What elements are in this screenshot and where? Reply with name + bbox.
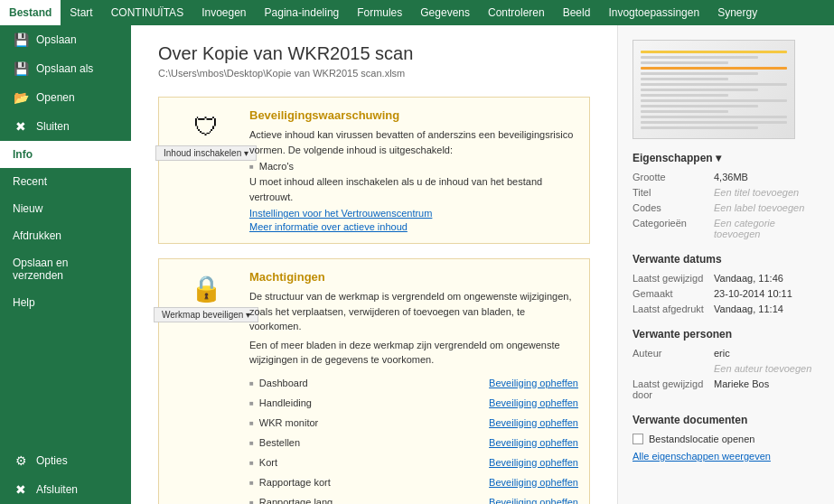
sidebar: 💾 Opslaan 💾 Opslaan als 📂 Openen ✖ Sluit… — [0, 25, 131, 504]
sidebar-item-afdrukken[interactable]: Afdrukken — [0, 222, 131, 249]
file-location-row: Bestandslocatie openen — [633, 434, 820, 444]
thumb-content — [641, 48, 787, 132]
thumb-line — [641, 110, 728, 113]
prop-auteur: Auteur eric — [633, 348, 820, 359]
remove-protection-rapportage-kort[interactable]: Beveiliging opheffen — [489, 477, 578, 488]
permissions-text2: Een of meer bladen in deze werkmap zijn … — [249, 338, 578, 368]
sidebar-item-opslaan-verzenden[interactable]: Opslaan en verzenden — [0, 249, 131, 289]
perm-bullet: Rapportage kort — [249, 477, 331, 488]
prop-titel: Titel Een titel toevoegen — [633, 187, 820, 198]
perm-name: Dashboard — [259, 378, 308, 388]
remove-protection-dashboard[interactable]: Beveiliging opheffen — [489, 378, 578, 388]
prop-value-last-modified: Vandaag, 11:46 — [714, 273, 820, 284]
tab-invoegen[interactable]: Invoegen — [192, 0, 255, 25]
prop-value-add-auteur[interactable]: Een auteur toevoegen — [714, 363, 820, 374]
thumb-line — [641, 121, 787, 124]
prop-value-titel[interactable]: Een titel toevoegen — [714, 187, 820, 198]
sidebar-item-help[interactable]: Help — [0, 289, 131, 316]
persons-section-title: Verwante personen — [633, 328, 820, 341]
prop-grootte: Grootte 4,36MB — [633, 172, 820, 182]
security-section: 🛡 Inhoud inschakelen ▾ Beveiligingswaars… — [158, 97, 590, 244]
sidebar-item-nieuw[interactable]: Nieuw — [0, 195, 131, 222]
prop-label-gemaakt: Gemaakt — [633, 288, 714, 299]
perm-name: Rapportage lang — [259, 497, 333, 505]
prop-value-auteur: eric — [714, 348, 820, 359]
perm-name: Handleiding — [259, 397, 312, 408]
prop-value-categorieen[interactable]: Een categorie toevoegen — [714, 218, 820, 239]
tab-formules[interactable]: Formules — [348, 0, 411, 25]
sidebar-item-opslaan-als[interactable]: 💾 Opslaan als — [0, 54, 131, 83]
prop-label-grootte: Grootte — [633, 172, 714, 182]
permissions-section: 🔒 Werkmap beveiligen ▾ Machtigingen De s… — [158, 258, 590, 504]
thumb-line — [641, 51, 787, 53]
perm-row-rapportage-lang: Rapportage lang Beveiliging opheffen — [249, 492, 578, 505]
exit-icon: ✖ — [13, 482, 29, 497]
trust-center-link[interactable]: Instellingen voor het Vertrouwenscentrum — [249, 208, 578, 219]
tab-continuitas[interactable]: CONTINUÏTAS — [102, 0, 192, 25]
dates-section-title: Verwante datums — [633, 253, 820, 266]
tab-gegevens[interactable]: Gegevens — [411, 0, 479, 25]
save-icon: 💾 — [13, 33, 29, 47]
thumb-line — [641, 99, 787, 102]
tab-pagina[interactable]: Pagina-indeling — [256, 0, 349, 25]
permissions-icon-area: 🔒 Werkmap beveiligen ▾ — [170, 270, 242, 322]
active-content-link[interactable]: Meer informatie over actieve inhoud — [249, 221, 578, 232]
thumb-line — [641, 89, 758, 91]
main-content: 💾 Opslaan 💾 Opslaan als 📂 Openen ✖ Sluit… — [0, 25, 834, 504]
all-properties-link[interactable]: Alle eigenschappen weergeven — [633, 451, 771, 462]
sidebar-item-recent[interactable]: Recent — [0, 168, 131, 195]
info-panel: Over Kopie van WKR2015 scan C:\Users\mbo… — [131, 25, 617, 504]
tab-start[interactable]: Start — [61, 0, 101, 25]
perm-bullet: Handleiding — [249, 397, 312, 408]
perm-row-rapportage-kort: Rapportage kort Beveiliging opheffen — [249, 472, 578, 492]
perm-bullet: WKR monitor — [249, 417, 318, 428]
remove-protection-rapportage-lang[interactable]: Beveiliging opheffen — [489, 497, 578, 505]
thumb-line — [641, 67, 787, 70]
sidebar-item-sluiten[interactable]: ✖ Sluiten — [0, 112, 131, 141]
security-content: Beveiligingswaarschuwing Actieve inhoud … — [242, 108, 578, 232]
file-location-checkbox[interactable] — [633, 434, 643, 444]
sidebar-item-afsluiten[interactable]: ✖ Afsluiten — [0, 475, 131, 504]
remove-protection-bestellen[interactable]: Beveiliging opheffen — [489, 437, 578, 448]
security-text1: Actieve inhoud kan virussen bevatten of … — [249, 127, 578, 157]
remove-protection-wkr[interactable]: Beveiliging opheffen — [489, 417, 578, 428]
sidebar-item-opslaan[interactable]: 💾 Opslaan — [0, 25, 131, 54]
tab-invoeg[interactable]: Invogtoepassingen — [599, 0, 708, 25]
open-icon: 📂 — [13, 90, 29, 105]
prop-label-titel: Titel — [633, 187, 714, 198]
prop-last-printed: Laatst afgedrukt Vandaag, 11:14 — [633, 303, 820, 314]
perm-row-dashboard: Dashboard Beveiliging opheffen — [249, 373, 578, 393]
tab-bestand[interactable]: Bestand — [0, 0, 61, 25]
sidebar-item-openen[interactable]: 📂 Openen — [0, 83, 131, 112]
remove-protection-handleiding[interactable]: Beveiliging opheffen — [489, 397, 578, 408]
prop-label-codes: Codes — [633, 202, 714, 213]
perm-bullet: Kort — [249, 457, 277, 468]
prop-value-grootte: 4,36MB — [714, 172, 820, 182]
prop-label-last-modified-by: Laatst gewijzigd door — [633, 378, 714, 400]
gear-icon: ⚙ — [13, 453, 29, 468]
sidebar-item-opties[interactable]: ⚙ Opties — [0, 446, 131, 475]
perm-bullet: Rapportage lang — [249, 497, 333, 505]
perm-name: Kort — [259, 457, 277, 468]
remove-protection-kort[interactable]: Beveiliging opheffen — [489, 457, 578, 468]
thumb-line — [641, 105, 758, 107]
tab-beeld[interactable]: Beeld — [554, 0, 600, 25]
sidebar-item-info[interactable]: Info — [0, 141, 131, 168]
tab-synergy[interactable]: Synergy — [708, 0, 766, 25]
tab-controleren[interactable]: Controleren — [479, 0, 554, 25]
security-icon-area: 🛡 Inhoud inschakelen ▾ — [170, 108, 242, 161]
shield-icon: 🛡 — [193, 112, 219, 142]
properties-panel: Eigenschappen ▾ Grootte 4,36MB Titel Een… — [617, 25, 834, 504]
prop-value-last-printed: Vandaag, 11:14 — [714, 303, 820, 314]
perm-name: WKR monitor — [259, 417, 318, 428]
perm-row-wkr: WKR monitor Beveiliging opheffen — [249, 413, 578, 433]
docs-section-title: Verwante documenten — [633, 414, 820, 426]
thumb-line — [641, 61, 728, 64]
perm-row-kort: Kort Beveiliging opheffen — [249, 453, 578, 472]
security-title: Beveiligingswaarschuwing — [249, 108, 578, 122]
properties-section-title[interactable]: Eigenschappen ▾ — [633, 152, 820, 164]
prop-value-gemaakt: 23-10-2014 10:11 — [714, 288, 820, 299]
prop-value-codes[interactable]: Een label toevoegen — [714, 202, 820, 213]
prop-label-last-modified: Laatst gewijzigd — [633, 273, 714, 284]
thumbnail-preview — [633, 41, 794, 138]
